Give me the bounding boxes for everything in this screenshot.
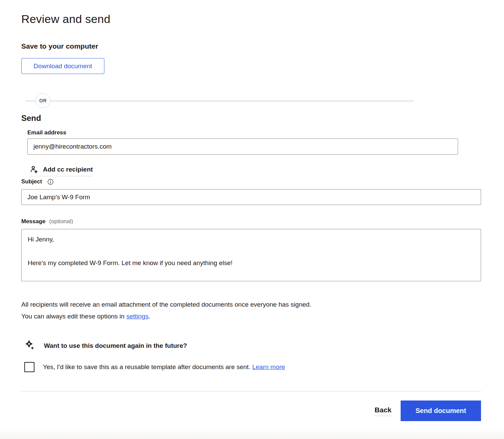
subject-label-row: Subject [21,178,481,185]
footer-actions: Back Send document [21,401,481,421]
send-section-heading: Send [21,113,481,123]
save-template-checkbox[interactable] [24,362,34,372]
template-prompt-row: Want to use this document again in the f… [24,340,481,352]
divider-line [25,101,414,101]
save-template-text: Yes, I'd like to save this as a reusable… [43,363,252,370]
footer-divider [21,391,481,391]
settings-link[interactable]: settings [126,313,148,320]
page-title: Review and send [21,12,481,26]
save-section-heading: Save to your computer [21,42,481,50]
person-plus-icon [29,165,38,174]
send-document-button[interactable]: Send document [401,401,481,421]
notice-text: All recipients will receive an email att… [21,301,311,320]
notice-text-after: . [148,313,150,320]
learn-more-link[interactable]: Learn more [252,363,285,370]
email-field-group: Email address [27,129,481,155]
subject-label: Subject [21,178,42,185]
add-cc-recipient-button[interactable]: Add cc recipient [29,165,93,176]
review-and-send-page: Review and send Save to your computer Do… [0,0,504,439]
save-template-label: Yes, I'd like to save this as a reusable… [43,363,285,371]
download-document-button[interactable]: Download document [21,58,104,74]
subject-input[interactable] [21,189,481,205]
message-textarea[interactable]: Hi Jenny, Here's my completed W-9 Form. … [21,229,481,281]
sparkle-icon [24,340,36,352]
bottom-fade [0,428,504,439]
or-badge: OR [35,93,50,108]
message-optional-hint: (optional) [49,218,73,225]
message-label-row: Message (optional) [21,218,481,225]
info-icon[interactable] [47,179,54,185]
recipients-notice: All recipients will receive an email att… [21,299,319,322]
back-button[interactable]: Back [375,406,392,416]
email-address-label: Email address [27,129,481,136]
save-template-row: Yes, I'd like to save this as a reusable… [24,362,481,372]
add-cc-recipient-label: Add cc recipient [43,166,93,173]
template-prompt-heading: Want to use this document again in the f… [44,342,187,350]
message-label: Message [21,218,46,225]
or-divider: OR [21,93,414,108]
email-address-input[interactable] [27,138,458,155]
